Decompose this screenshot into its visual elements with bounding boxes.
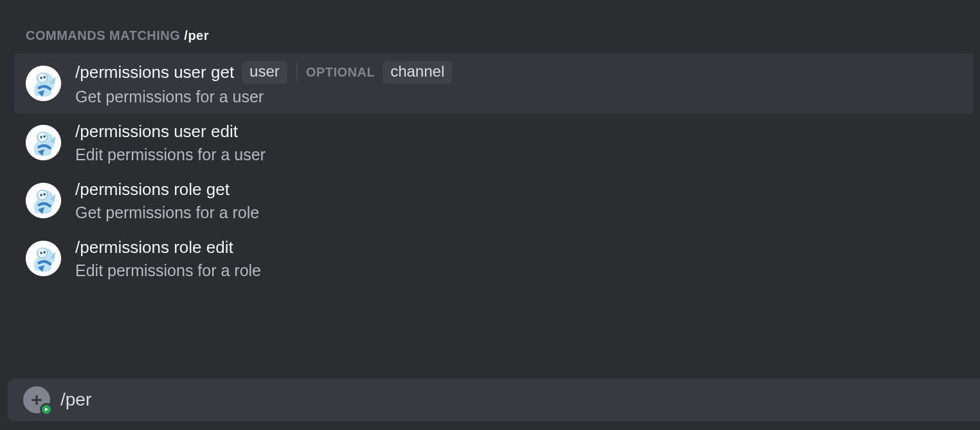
command-list: /permissions user getuserOPTIONALchannel… xyxy=(8,53,980,288)
header-label: COMMANDS MATCHING xyxy=(26,28,180,43)
message-input[interactable]: /per xyxy=(60,389,965,410)
svg-point-10 xyxy=(40,194,42,196)
header-query: /per xyxy=(184,28,209,43)
command-signature: /permissions user edit xyxy=(75,122,266,142)
command-param-required: user xyxy=(242,61,287,84)
command-name: /permissions role edit xyxy=(75,238,233,257)
command-name: /permissions user get xyxy=(75,62,234,82)
command-signature: /permissions user getuserOPTIONALchannel xyxy=(75,61,452,84)
svg-point-15 xyxy=(44,252,46,254)
svg-point-6 xyxy=(40,136,42,138)
command-option[interactable]: /permissions role editEdit permissions f… xyxy=(14,230,974,288)
bot-avatar-icon xyxy=(26,125,61,160)
svg-point-3 xyxy=(44,77,46,79)
command-name: /permissions role get xyxy=(75,180,230,200)
svg-point-14 xyxy=(40,252,42,254)
command-option[interactable]: /permissions role getGet permissions for… xyxy=(14,172,974,230)
command-body: /permissions role editEdit permissions f… xyxy=(75,238,261,280)
command-body: /permissions user editEdit permissions f… xyxy=(75,122,266,164)
svg-point-11 xyxy=(44,194,46,196)
command-description: Edit permissions for a role xyxy=(75,261,261,280)
bot-avatar-icon xyxy=(26,183,61,218)
command-body: /permissions user getuserOPTIONALchannel… xyxy=(75,61,452,106)
param-divider xyxy=(296,62,297,82)
svg-point-2 xyxy=(40,77,42,79)
command-signature: /permissions role edit xyxy=(75,238,261,257)
command-name: /permissions user edit xyxy=(75,122,238,142)
command-body: /permissions role getGet permissions for… xyxy=(75,180,259,222)
bot-avatar-icon xyxy=(26,241,61,276)
bot-avatar-icon xyxy=(26,66,61,101)
command-param-optional: channel xyxy=(383,61,452,84)
app-launcher-badge-icon xyxy=(40,403,53,416)
command-autocomplete-popover: COMMANDS MATCHING /per /permissions user… xyxy=(8,15,980,295)
command-option[interactable]: /permissions user getuserOPTIONALchannel… xyxy=(14,53,974,114)
svg-point-7 xyxy=(44,136,46,138)
popover-header: COMMANDS MATCHING /per xyxy=(8,15,980,53)
command-description: Get permissions for a role xyxy=(75,203,259,222)
message-input-bar: + /per xyxy=(8,379,980,421)
command-signature: /permissions role get xyxy=(75,180,259,200)
attach-button[interactable]: + xyxy=(23,386,50,413)
command-option[interactable]: /permissions user editEdit permissions f… xyxy=(14,114,974,172)
optional-label: OPTIONAL xyxy=(306,65,375,80)
command-description: Edit permissions for a user xyxy=(75,145,266,164)
command-description: Get permissions for a user xyxy=(75,88,452,106)
